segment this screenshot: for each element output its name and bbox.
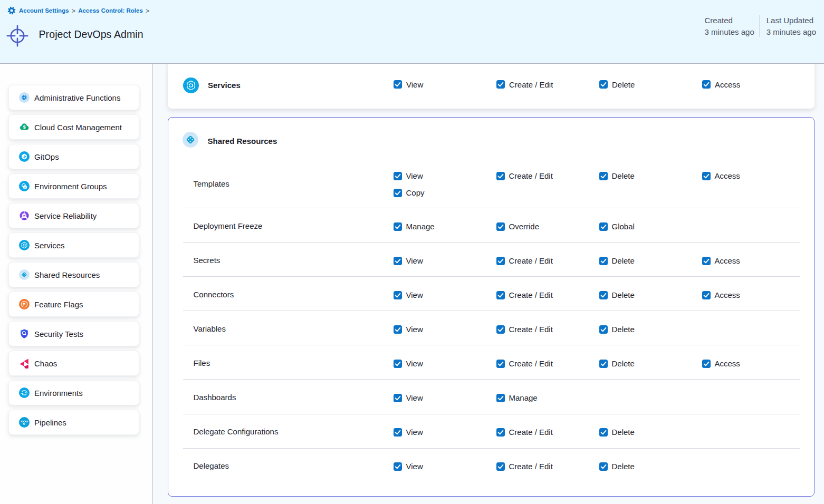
- svg-text:$: $: [23, 124, 26, 130]
